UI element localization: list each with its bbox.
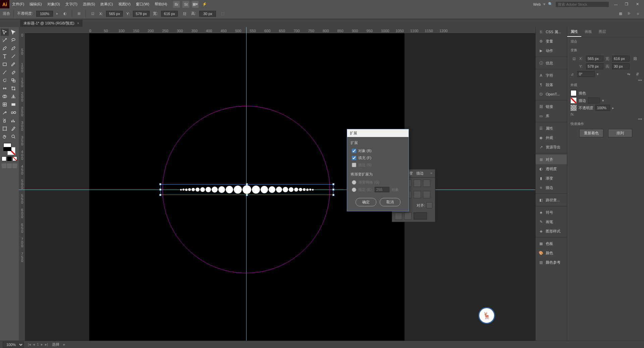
link-wh-icon[interactable]: ⛓ bbox=[181, 10, 188, 17]
canvas-area[interactable]: 0501001502002503003504004505005506006507… bbox=[19, 27, 535, 341]
tab-properties[interactable]: 属性 bbox=[567, 27, 581, 37]
magic-wand-tool[interactable] bbox=[1, 37, 9, 44]
appearance-more-icon[interactable]: ••• bbox=[638, 117, 642, 121]
dock-brushes[interactable]: ✎画笔 bbox=[536, 217, 567, 226]
menu-view[interactable]: 视图(V) bbox=[116, 2, 133, 7]
ruler-horizontal[interactable]: 0501001502002503003504004505005506006507… bbox=[25, 27, 535, 33]
window-close[interactable]: ✕ bbox=[633, 1, 641, 7]
menu-select[interactable]: 选择(S) bbox=[80, 2, 98, 7]
transform-more-icon[interactable]: ••• bbox=[638, 78, 642, 82]
dock-gradient[interactable]: ▮渐变 bbox=[536, 173, 567, 183]
props-opacity-input[interactable] bbox=[595, 105, 610, 111]
props-h-input[interactable] bbox=[612, 63, 630, 69]
expand-object-checkbox[interactable]: 对象 (B) bbox=[351, 147, 405, 154]
dock-color[interactable]: 🎨颜色 bbox=[536, 248, 567, 258]
menu-edit[interactable]: 编辑(E) bbox=[27, 2, 45, 7]
expand-fill-checkbox[interactable]: 填充 (F) bbox=[351, 154, 405, 161]
dock-transparency[interactable]: ◐透明度 bbox=[536, 164, 567, 173]
search-icon[interactable]: 🔍 bbox=[548, 2, 553, 6]
slice-tool[interactable] bbox=[9, 125, 17, 132]
dock-symbols[interactable]: ♣符号 bbox=[536, 208, 567, 217]
hand-tool[interactable] bbox=[1, 133, 9, 140]
line-tool[interactable] bbox=[9, 53, 17, 60]
shaper-tool[interactable] bbox=[1, 69, 9, 76]
props-y-input[interactable] bbox=[586, 63, 603, 69]
flip-h-icon[interactable]: ⇋ bbox=[625, 71, 632, 77]
document-tab[interactable]: 未标题-1* @ 100% (RGB/预览) × bbox=[20, 20, 83, 27]
distribute-top-button[interactable] bbox=[423, 191, 430, 198]
dock-css[interactable]: ⎘CSS 属... bbox=[536, 27, 567, 37]
props-w-input[interactable] bbox=[612, 56, 630, 62]
fx-icon[interactable]: fx. bbox=[571, 112, 575, 116]
blend-tool[interactable] bbox=[9, 109, 17, 116]
shape-props-icon[interactable]: ⬚ bbox=[219, 10, 226, 17]
align-right-button[interactable] bbox=[414, 180, 421, 187]
rectangle-tool[interactable] bbox=[1, 61, 9, 68]
y-input[interactable] bbox=[133, 11, 150, 17]
perspective-grid-tool[interactable] bbox=[9, 93, 17, 100]
gpu-icon[interactable]: ⚡ bbox=[201, 1, 208, 8]
draw-mode-row[interactable] bbox=[2, 163, 17, 168]
eraser-tool[interactable] bbox=[9, 69, 17, 76]
props-x-input[interactable] bbox=[586, 56, 603, 62]
lasso-tool[interactable] bbox=[9, 37, 17, 44]
selection-tool[interactable] bbox=[1, 28, 9, 36]
menu-object[interactable]: 对象(O) bbox=[45, 2, 63, 7]
ruler-vertical[interactable]: 0501001502002503003504004505005506006507… bbox=[19, 33, 25, 341]
symbol-sprayer-tool[interactable] bbox=[1, 117, 9, 124]
pen-tool[interactable] bbox=[1, 45, 9, 52]
opacity-input[interactable] bbox=[36, 11, 53, 17]
w-input[interactable] bbox=[161, 11, 178, 17]
type-tool[interactable] bbox=[1, 53, 9, 60]
dock-color-guide[interactable]: ▥颜色参考 bbox=[536, 258, 567, 267]
h-input[interactable] bbox=[199, 11, 216, 17]
fill-stroke-swatches[interactable] bbox=[3, 143, 15, 155]
props-angle-input[interactable] bbox=[577, 71, 595, 77]
window-maximize[interactable]: ❐ bbox=[623, 1, 631, 7]
align-icon[interactable]: ⊞ bbox=[75, 10, 82, 17]
dock-properties[interactable]: ☰属性 bbox=[536, 124, 567, 133]
arrange-button[interactable]: 排列 bbox=[608, 129, 632, 137]
curvature-tool[interactable] bbox=[9, 45, 17, 52]
dock-variables[interactable]: ⚙变量 bbox=[536, 37, 567, 46]
dock-align[interactable]: ⊞对齐 bbox=[536, 155, 567, 164]
menu-help[interactable]: 帮助(H) bbox=[152, 2, 170, 7]
x-input[interactable] bbox=[106, 11, 123, 17]
arrange-docs-icon[interactable]: ▦▾ bbox=[192, 1, 199, 8]
stock-search-input[interactable] bbox=[555, 1, 609, 7]
width-tool[interactable] bbox=[1, 85, 9, 92]
tab-layers[interactable]: 图层 bbox=[595, 27, 609, 37]
paintbrush-tool[interactable] bbox=[9, 61, 17, 68]
dialog-ok-button[interactable]: 确定 bbox=[356, 198, 376, 206]
menu-file[interactable]: 文件(F) bbox=[9, 2, 27, 7]
distribute-right-button[interactable] bbox=[414, 191, 421, 198]
dock-character[interactable]: A字符 bbox=[536, 71, 567, 80]
ruler-origin[interactable] bbox=[19, 27, 25, 33]
link-wh-icon[interactable]: ⛓ bbox=[632, 55, 638, 62]
dock-stroke[interactable]: ≡描边 bbox=[536, 183, 567, 192]
zoom-select[interactable]: 100% bbox=[3, 342, 24, 348]
mesh-tool[interactable] bbox=[1, 101, 9, 108]
edit-icon[interactable]: ⊪ bbox=[626, 10, 633, 17]
dialog-cancel-button[interactable]: 取消 bbox=[380, 198, 400, 206]
dock-info[interactable]: ⓘ信息 bbox=[536, 58, 567, 68]
gradient-tool[interactable] bbox=[9, 101, 17, 108]
eyedropper-tool[interactable] bbox=[1, 109, 9, 116]
close-tab-icon[interactable]: × bbox=[77, 21, 79, 25]
workspace-switcher[interactable]: Web bbox=[533, 2, 541, 6]
dock-opentype[interactable]: OOpenT... bbox=[536, 89, 567, 99]
window-minimize[interactable]: — bbox=[612, 1, 620, 7]
dock-actions[interactable]: ▶动作 bbox=[536, 46, 567, 55]
scale-tool[interactable] bbox=[9, 77, 17, 84]
panel-menu-icon[interactable]: ≡ bbox=[635, 10, 641, 17]
fill-swatch[interactable] bbox=[571, 90, 577, 96]
recolor-icon[interactable]: ◐ bbox=[62, 10, 68, 17]
dock-graphic-styles[interactable]: ◈图形样式 bbox=[536, 226, 567, 236]
isolate-icon[interactable]: ▦ bbox=[617, 10, 624, 17]
recolor-button[interactable]: 重新着色 bbox=[579, 129, 603, 137]
align-top-button[interactable] bbox=[423, 180, 430, 187]
dock-appearance[interactable]: ◉外观 bbox=[536, 133, 567, 142]
selection-bounding-box[interactable] bbox=[160, 184, 333, 195]
ref-point-icon[interactable]: ⊡ bbox=[89, 10, 96, 17]
stock-icon[interactable]: St bbox=[182, 1, 189, 8]
